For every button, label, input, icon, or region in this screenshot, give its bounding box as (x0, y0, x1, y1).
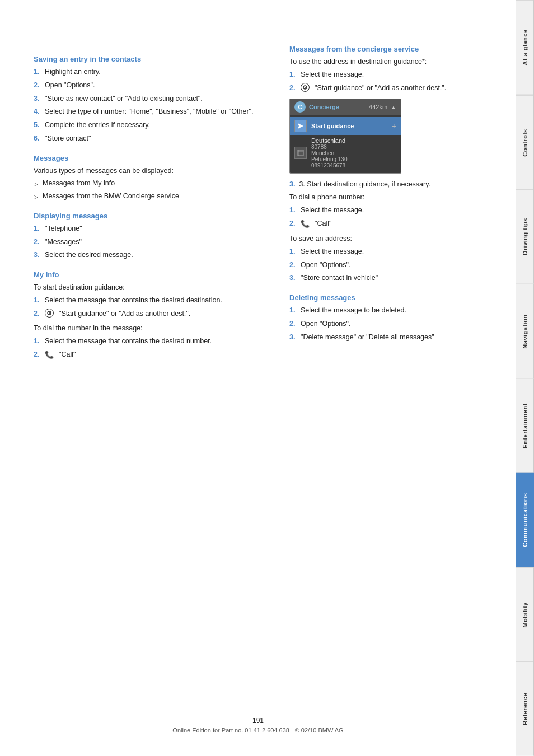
tab-entertainment[interactable]: Entertainment (516, 379, 534, 473)
list-item: 6. "Store contact" (34, 133, 261, 144)
list-item: 4. Select the type of number: "Home", "B… (34, 106, 261, 117)
concierge-add-btn-icon: + (392, 122, 396, 130)
list-item: ▷ Messages from the BMW Concierge servic… (34, 191, 261, 202)
bullet-arrow-icon: ▷ (34, 193, 38, 202)
phone-dial-steps: 1. Select the message. 2. 📞 "Call" (289, 205, 517, 229)
tab-navigation[interactable]: Navigation (516, 284, 534, 379)
page-number: 191 (0, 717, 516, 725)
footer-text: Online Edition for Part no. 01 41 2 604 … (0, 727, 516, 734)
myinfo-dial-intro: To dial the number in the message: (34, 323, 261, 334)
section-title-saving: Saving an entry in the contacts (34, 55, 261, 63)
list-item: 3. "Store as new contact" or "Add to exi… (34, 94, 261, 104)
save-address-steps: 1. Select the message. 2. Open "Options"… (289, 246, 517, 283)
concierge-body: Start guidance + Deutschland (290, 115, 401, 173)
list-item: ▷ Messages from My info (34, 178, 261, 189)
messages-intro: Various types of messages can be display… (34, 166, 261, 176)
concierge-steps: 1. Select the message. 2. "Start guidanc… (289, 69, 517, 94)
myinfo-guidance-steps: 1. Select the message that contains the … (34, 295, 261, 319)
tab-reference[interactable]: Reference (516, 661, 534, 756)
section-saving: Saving an entry in the contacts 1. Highl… (34, 55, 261, 144)
myinfo-guidance-intro: To start destination guidance: (34, 282, 261, 293)
concierge-address-text: Deutschland 80788 München Petuelring 130… (311, 137, 348, 169)
page-footer: 191 Online Edition for Part no. 01 41 2 … (0, 717, 516, 734)
svg-rect-5 (298, 150, 303, 156)
concierge-distance: 442km (369, 104, 387, 110)
section-concierge-messages: Messages from the concierge service To u… (289, 45, 517, 283)
section-title-concierge: Messages from the concierge service (289, 45, 517, 53)
svg-point-3 (305, 87, 306, 88)
section-title-displaying: Displaying messages (34, 212, 261, 220)
concierge-expand-icon: ▲ (391, 104, 396, 110)
messages-bullets: ▷ Messages from My info ▷ Messages from … (34, 178, 261, 202)
tab-driving-tips[interactable]: Driving tips (516, 189, 534, 284)
list-item: 2. "Messages" (34, 237, 261, 248)
section-title-messages: Messages (34, 154, 261, 162)
section-my-info: My Info To start destination guidance: 1… (34, 270, 261, 360)
list-item: 3. "Delete message" or "Delete all messa… (289, 332, 517, 343)
list-item: 5. Complete the entries if necessary. (34, 120, 261, 130)
concierge-logo-icon: C (294, 101, 306, 113)
tab-controls[interactable]: Controls (516, 95, 534, 190)
concierge-screenshot: C Concierge 442km ▲ Start guidance + (289, 99, 401, 174)
section-title-deleting: Deleting messages (289, 293, 517, 302)
svg-marker-4 (298, 123, 303, 129)
concierge-item-icon (294, 120, 307, 132)
saving-steps-list: 1. Highlight an entry. 2. Open "Options"… (34, 67, 261, 144)
list-item: 2. 📞 "Call" (289, 218, 517, 230)
list-item: 1. "Telephone" (34, 223, 261, 234)
list-item: 1. Select the message. (289, 69, 517, 80)
tab-at-a-glance[interactable]: At a glance (516, 0, 534, 95)
svg-point-1 (49, 312, 50, 314)
list-item: 2. Open "Options". (289, 260, 517, 270)
tab-mobility[interactable]: Mobility (516, 567, 534, 662)
list-item: 1. Select the message to be deleted. (289, 305, 517, 316)
tab-communications[interactable]: Communications (516, 473, 534, 567)
nav-icon (301, 83, 310, 92)
section-displaying: Displaying messages 1. "Telephone" 2. "M… (34, 212, 261, 260)
section-messages: Messages Various types of messages can b… (34, 154, 261, 202)
list-item: 1. Select the message. (289, 205, 517, 216)
list-item: 1. Highlight an entry. (34, 67, 261, 77)
phone-dial-intro: To dial a phone number: (289, 192, 517, 203)
list-item: 2. Open "Options". (289, 319, 517, 329)
phone-icon: 📞 (45, 349, 54, 361)
nav-icon (45, 309, 54, 318)
bullet-arrow-icon: ▷ (34, 180, 38, 189)
list-item: 2. "Start guidance" or "Add as another d… (34, 309, 261, 319)
concierge-logo-text: Concierge (309, 104, 339, 110)
concierge-item-text: Start guidance (311, 123, 354, 129)
list-item: 1. Select the message. (289, 246, 517, 257)
concierge-address-icon (294, 147, 307, 159)
deleting-steps: 1. Select the message to be deleted. 2. … (289, 305, 517, 342)
list-item: 2. "Start guidance" or "Add as another d… (289, 83, 517, 94)
section-deleting: Deleting messages 1. Select the message … (289, 293, 517, 342)
list-item: 3. Select the desired message. (34, 250, 261, 260)
list-item: 3. "Store contact in vehicle" (289, 273, 517, 283)
save-address-intro: To save an address: (289, 234, 517, 244)
myinfo-dial-steps: 1. Select the message that contains the … (34, 336, 261, 360)
concierge-address-block: Deutschland 80788 München Petuelring 130… (290, 135, 401, 171)
concierge-header: C Concierge 442km ▲ (290, 99, 401, 115)
section-title-myinfo: My Info (34, 270, 261, 279)
phone-icon: 📞 (301, 218, 310, 230)
right-column: Messages from the concierge service To u… (284, 45, 517, 722)
list-item: 1. Select the message that contains the … (34, 295, 261, 306)
concierge-item: Start guidance + (290, 117, 401, 135)
displaying-steps-list: 1. "Telephone" 2. "Messages" 3. Select t… (34, 223, 261, 260)
after-image-step3: 3. 3. Start destination guidance, if nec… (289, 179, 517, 190)
list-item: 2. 📞 "Call" (34, 349, 261, 361)
concierge-intro: To use the address in destination guidan… (289, 57, 517, 67)
list-item: 1. Select the message that contains the … (34, 336, 261, 347)
list-item: 2. Open "Options". (34, 80, 261, 91)
left-column: Saving an entry in the contacts 1. Highl… (34, 45, 267, 722)
sidebar-tabs: At a glance Controls Driving tips Naviga… (516, 0, 534, 756)
